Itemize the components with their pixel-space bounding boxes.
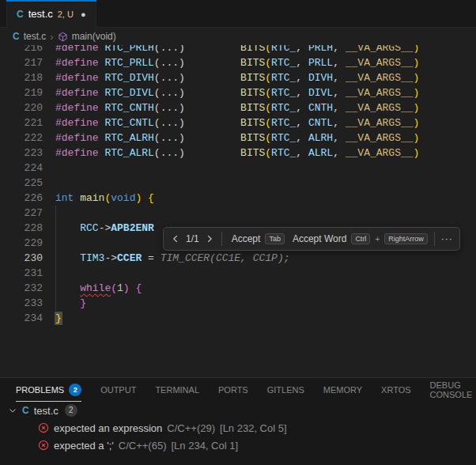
modified-indicator-icon[interactable]: ●	[81, 9, 86, 19]
code-token	[185, 147, 240, 159]
code-token: {	[135, 282, 142, 294]
panel-tab-label: GITLENS	[267, 385, 304, 395]
code-token: CNTL	[308, 117, 333, 129]
code-text: while(1) {	[43, 281, 476, 296]
code-token: RTC_	[271, 132, 296, 144]
code-line-217[interactable]: 217#define RTC_PRLL(...) BITS(RTC_, PRLL…	[0, 55, 476, 70]
code-token	[185, 72, 240, 84]
code-line-218[interactable]: 218#define RTC_DIVH(...) BITS(RTC_, DIVH…	[0, 70, 476, 85]
code-text: #define RTC_PRLH(...) BITS(RTC_, PRLH, _…	[43, 45, 476, 55]
problems-file-row[interactable]: C test.c 2	[0, 402, 476, 419]
line-number[interactable]: 221	[0, 115, 43, 130]
code-token: #define	[55, 117, 104, 129]
panel-tabs: PROBLEMS2OUTPUTTERMINALPORTSGITLENSMEMOR…	[0, 378, 476, 402]
code-token: (...)	[154, 57, 185, 69]
breadcrumb: C test.c › main(void)	[0, 28, 476, 45]
code-token: (	[111, 282, 117, 294]
code-text: TIM3->CCER = TIM_CCER(CC1E, CC1P);	[43, 251, 476, 266]
next-suggestion-icon[interactable]	[204, 233, 215, 244]
panel-tab-terminal[interactable]: TERMINAL	[155, 378, 199, 402]
line-number[interactable]: 218	[0, 70, 43, 85]
code-token: {	[148, 192, 154, 204]
code-line-219[interactable]: 219#define RTC_DIVL(...) BITS(RTC_, DIVL…	[0, 85, 476, 100]
line-number[interactable]: 219	[0, 85, 43, 100]
panel-tab-ports[interactable]: PORTS	[218, 378, 248, 402]
panel-tab-debug-console[interactable]: DEBUG CONSOLE	[430, 378, 473, 402]
code-token: CNTH	[308, 102, 333, 114]
code-line-221[interactable]: 221#define RTC_CNTL(...) BITS(RTC_, CNTL…	[0, 115, 476, 130]
code-line-223[interactable]: 223#define RTC_ALRL(...) BITS(RTC_, ALRL…	[0, 146, 476, 161]
code-line-224[interactable]: 224	[0, 161, 476, 176]
panel-tab-label: OUTPUT	[100, 385, 136, 395]
line-number[interactable]: 222	[0, 130, 43, 146]
indent-guide	[55, 206, 56, 221]
line-number[interactable]: 226	[0, 191, 43, 206]
code-line-216[interactable]: 216#define RTC_PRLH(...) BITS(RTC_, PRLH…	[0, 45, 476, 55]
panel-tab-problems[interactable]: PROBLEMS2	[16, 378, 81, 402]
code-token: (	[265, 87, 271, 99]
code-token: 1	[117, 282, 123, 294]
panel-tab-xrtos[interactable]: XRTOS	[381, 378, 411, 402]
code-token: RTC_	[271, 72, 296, 84]
code-token: __VA_ARGS__	[346, 132, 414, 144]
code-line-230[interactable]: 230 TIM3->CCER = TIM_CCER(CC1E, CC1P);	[0, 251, 476, 266]
code-token: ,	[296, 57, 308, 69]
code-text: #define RTC_CNTL(...) BITS(RTC_, CNTL, _…	[43, 115, 476, 130]
line-number[interactable]: 225	[0, 176, 43, 191]
more-actions-button[interactable]: ···	[441, 233, 453, 244]
code-token: __VA_ARGS__	[346, 72, 414, 84]
breadcrumb-file[interactable]: test.c	[24, 31, 47, 42]
line-number[interactable]: 232	[0, 281, 43, 296]
line-number[interactable]: 224	[0, 161, 43, 176]
line-number[interactable]: 229	[0, 236, 43, 251]
accept-button[interactable]: Accept	[232, 233, 261, 244]
code-line-220[interactable]: 220#define RTC_CNTH(...) BITS(RTC_, CNTH…	[0, 100, 476, 115]
code-line-222[interactable]: 222#define RTC_ALRH(...) BITS(RTC_, ALRH…	[0, 130, 476, 146]
editor-tab-test-c[interactable]: C test.c 2, U ●	[6, 0, 96, 28]
code-token: DIVH	[308, 72, 333, 84]
code-editor[interactable]: 216#define RTC_PRLH(...) BITS(RTC_, PRLH…	[0, 45, 476, 377]
error-icon	[38, 422, 49, 433]
code-line-225[interactable]: 225	[0, 176, 476, 191]
code-token	[55, 297, 80, 309]
code-token: BITS	[240, 57, 265, 69]
code-line-233[interactable]: 233 }	[0, 296, 476, 311]
line-number[interactable]: 233	[0, 296, 43, 311]
code-token: ,	[296, 87, 308, 99]
panel-tab-gitlens[interactable]: GITLENS	[267, 378, 304, 402]
indent-guide	[55, 236, 56, 251]
line-number[interactable]: 230	[0, 251, 43, 266]
code-line-227[interactable]: 227	[0, 206, 476, 221]
panel-tab-label: MEMORY	[323, 385, 362, 395]
chevron-down-icon[interactable]	[8, 406, 17, 415]
problem-row[interactable]: expected a ';'C/C++(65)[Ln 234, Col 1]	[0, 437, 476, 454]
code-token: (	[265, 57, 271, 69]
code-token	[185, 102, 240, 114]
code-line-231[interactable]: 231	[0, 266, 476, 281]
line-number[interactable]: 223	[0, 146, 43, 161]
problem-row[interactable]: expected an expressionC/C++(29)[Ln 232, …	[0, 419, 476, 437]
line-number[interactable]: 227	[0, 206, 43, 221]
code-line-234[interactable]: 234}	[0, 311, 476, 326]
panel-tab-output[interactable]: OUTPUT	[100, 378, 136, 402]
line-number[interactable]: 217	[0, 55, 43, 70]
problem-message: expected an expression	[54, 422, 162, 434]
line-number[interactable]: 220	[0, 100, 43, 115]
code-token: PRLL	[308, 57, 333, 69]
code-line-232[interactable]: 232 while(1) {	[0, 281, 476, 296]
line-number[interactable]: 216	[0, 45, 43, 55]
code-token: #define	[55, 72, 104, 84]
panel-tab-memory[interactable]: MEMORY	[323, 378, 362, 402]
code-text: }	[43, 296, 476, 311]
ctrl-key-badge: Ctrl	[351, 233, 370, 244]
line-number[interactable]: 234	[0, 311, 43, 326]
code-token: ,	[333, 87, 346, 99]
line-number[interactable]: 231	[0, 266, 43, 281]
accept-word-button[interactable]: Accept Word	[293, 233, 346, 244]
code-line-226[interactable]: 226int main(void) {	[0, 191, 476, 206]
line-number[interactable]: 228	[0, 221, 43, 236]
code-text: int main(void) {	[43, 191, 476, 206]
breadcrumb-symbol[interactable]: main(void)	[72, 31, 116, 42]
code-token: ,	[296, 45, 308, 54]
previous-suggestion-icon[interactable]	[170, 233, 181, 244]
